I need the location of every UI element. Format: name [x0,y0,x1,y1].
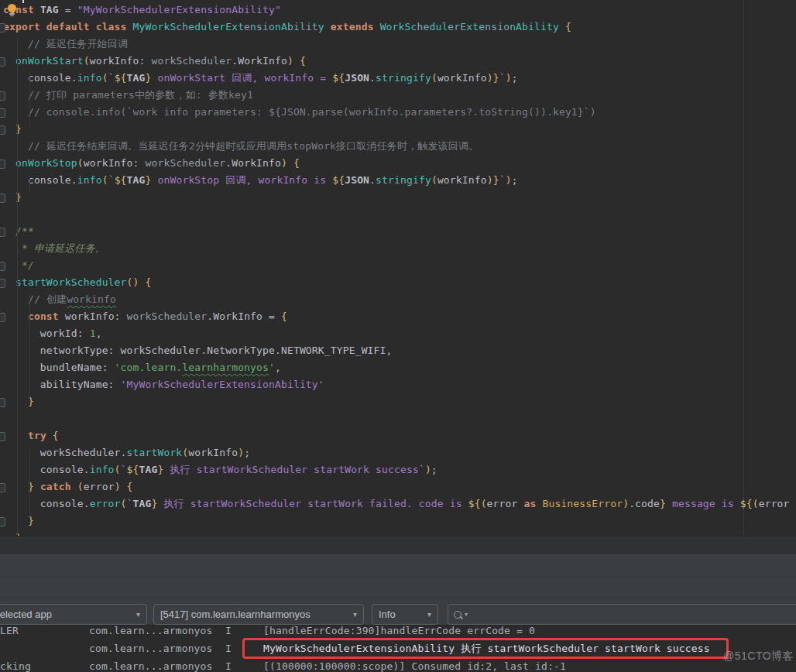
app-selector-value: Selected app [0,609,52,620]
code-line: abilityName: 'MyWorkSchedulerExtensionAb… [0,376,796,393]
code-token: workScheduler [152,55,232,67]
fold-icon[interactable] [0,483,5,492]
code-token: TAG [127,72,146,84]
code-token: workScheduler [146,157,226,169]
code-token: /** [15,225,34,237]
fold-icon[interactable] [0,23,5,33]
panel-seam [0,577,796,578]
code-line: } [0,530,796,536]
code-line: console.info(`${TAG} 执行 startWorkSchedul… [0,461,796,478]
fold-icon[interactable] [0,279,5,288]
panel-divider-strip [0,537,796,554]
code-token [3,106,28,118]
fold-icon[interactable] [0,517,5,526]
fold-icon[interactable] [0,91,5,101]
code-line: } [0,513,796,530]
code-token [139,276,146,288]
fold-icon[interactable] [0,194,5,203]
code-token: workInfo [437,72,487,84]
code-token: . [369,72,376,84]
chevron-down-icon: ▾ [132,610,140,619]
fold-icon[interactable] [0,57,5,67]
log-search-box[interactable]: ▾ [448,604,796,625]
code-token [34,481,40,492]
log-search-input[interactable] [472,608,796,621]
code-line: // console.info(`work info parameters: $… [0,104,796,121]
code-line: } catch (error) { [0,478,796,495]
code-token: .WorkInfo [207,310,262,322]
code-token: ${ [127,464,139,475]
indent-guide [29,73,30,127]
fold-icon[interactable] [0,262,5,271]
code-token [34,4,40,15]
code-token: ; [244,447,250,458]
code-token: } [493,174,499,186]
fold-icon[interactable] [0,313,5,322]
code-token: ) [623,498,629,509]
code-token [3,430,28,441]
app-selector-dropdown[interactable]: Selected app ▾ [0,604,147,625]
log-tag: cking [0,658,31,672]
code-line: try { [0,427,796,444]
code-token: { [127,481,133,492]
fold-icon[interactable] [0,159,5,169]
code-token: .code [629,498,660,509]
fold-icon[interactable] [0,228,5,237]
code-token: ' [269,362,275,373]
code-token: startWork [127,447,183,458]
fold-icon[interactable] [0,125,5,135]
code-token: ` [127,498,133,509]
code-line: console.info(`${TAG} onWorkStop 回调, work… [0,172,796,189]
code-token: onWorkStart [15,55,84,67]
code-line: // 延迟任务开始回调 [0,36,796,53]
code-token: ) [287,55,293,67]
code-editor[interactable]: const TAG = "MyWorkSchedulerExtensionAbi… [0,0,796,536]
code-line: } [0,189,796,206]
intention-bulb-icon[interactable] [6,4,17,17]
code-token: } [146,72,152,84]
fold-icon[interactable] [0,398,5,407]
code-line: onWorkStop(workInfo: workScheduler.WorkI… [0,155,796,172]
process-selector-dropdown[interactable]: [5417] com.learn.learnharmonyos ▾ [153,604,364,625]
code-line: workId: 1, [0,325,796,342]
code-token: ; [512,174,518,186]
code-token: . [369,174,376,186]
code-token: .WorkInfo [232,55,287,67]
code-token: { [293,157,300,169]
code-token [3,310,28,322]
code-token: : [115,310,127,322]
log-level-dropdown[interactable]: Info ▾ [372,604,438,625]
log-level-value: Info [379,609,396,620]
code-token: ) [487,72,493,84]
code-token: console. [3,464,90,475]
code-token: ${( [468,498,487,509]
watermark: @51CTO博客 [723,650,794,663]
code-token: error [759,498,790,509]
code-token: ( [115,464,121,475]
code-token [3,293,28,305]
code-token: ) [115,481,121,492]
code-token: info [77,72,102,84]
code-token: */ [22,259,34,271]
text-caret [22,0,24,3]
code-token: stringify [376,72,431,84]
code-token: BusinessError [542,498,623,509]
code-line: // 创建workinfo [0,291,796,308]
fold-icon[interactable] [0,432,5,441]
code-token: { [300,55,306,67]
code-token: networkType: workScheduler.NetworkType.N… [3,345,393,356]
code-token: { [281,310,287,322]
code-line: console.info(`${TAG} onWorkStart 回调, wor… [0,70,796,87]
fold-icon[interactable] [0,108,5,118]
code-token: extends [331,21,374,33]
log-row[interactable]: ckingcom.learn...armonyosI[(100000:10000… [0,658,796,672]
log-process: com.learn...armonyos [89,625,213,639]
code-token: ${( [740,498,759,509]
code-token: info [90,464,115,475]
code-token: ( [121,498,127,509]
process-selector-value: [5417] com.learn.learnharmonyos [160,609,311,620]
indent-guide [29,447,30,519]
code-token: workinfo [67,293,116,305]
log-process: com.learn...armonyos [89,658,213,672]
code-token: console. [3,72,77,84]
